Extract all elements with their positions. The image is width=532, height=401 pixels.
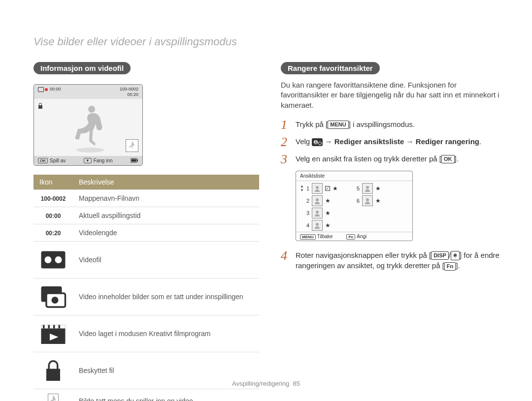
- right-column: Rangere favorittansikter Du kan rangere …: [281, 62, 506, 401]
- svg-rect-12: [43, 325, 45, 329]
- back-button-label: MENUTilbake: [300, 234, 332, 239]
- icon-cell: [33, 242, 73, 278]
- footer-page-number: 85: [293, 380, 299, 387]
- svg-point-23: [366, 198, 369, 201]
- creative-movie-icon: [39, 320, 67, 347]
- face-thumb: [312, 220, 323, 231]
- page-footer: Avspilling/redigering 85: [0, 380, 532, 387]
- step-3: Velg en ansikt fra listen og trykk deret…: [281, 154, 506, 164]
- star-icon: ★: [332, 185, 338, 192]
- ok-button-badge: OK: [441, 155, 455, 163]
- svg-point-6: [55, 256, 62, 263]
- rec-dot-icon: [45, 88, 48, 91]
- desc-cell: Videofil: [73, 242, 259, 278]
- face-thumb: [312, 208, 323, 218]
- battery-icon: [131, 158, 138, 163]
- lcd-topbar: 00:00 100-0002 00:20: [34, 85, 142, 99]
- dualcapture-icon: [39, 283, 67, 310]
- steps-list: Trykk på [MENU] i avspillingsmodus. Velg…: [281, 119, 506, 164]
- icon-cell: 00:20: [33, 224, 73, 242]
- face-gear-icon: [312, 138, 323, 146]
- lcd-length-time: 00:20: [127, 92, 138, 97]
- table-row: Video inneholder bilder som er tatt unde…: [33, 278, 259, 315]
- macro-flower-icon: [451, 251, 460, 260]
- face-grid: ▲▼ 1 ✓ ★ 5 ★ 2 ★ 6: [296, 181, 412, 232]
- svg-point-29: [456, 254, 457, 255]
- face-list-title: Ansiktsliste: [296, 171, 412, 181]
- svg-point-22: [316, 198, 319, 201]
- down-key-icon: ▼: [84, 158, 92, 163]
- table-row: 100-0002 Mappenavn-Filnavn: [33, 190, 259, 207]
- step-1: Trykk på [MENU] i avspillingsmodus.: [281, 119, 506, 129]
- svg-rect-15: [59, 325, 61, 329]
- step-4: Roter navigasjonsknappen eller trykk på …: [281, 250, 506, 271]
- th-icon: Ikon: [33, 175, 73, 190]
- lock-icon: [38, 103, 43, 109]
- svg-point-24: [316, 211, 319, 214]
- lcd-image-area: [34, 99, 142, 156]
- svg-rect-14: [53, 325, 55, 329]
- table-row: Videofil: [33, 242, 259, 278]
- step-2: Velg → Rediger ansiktsliste → Rediger ra…: [281, 136, 506, 147]
- svg-point-27: [455, 253, 456, 254]
- ok-key-icon: OK: [38, 158, 48, 163]
- face-item-6: 6 ★: [357, 195, 408, 206]
- svg-point-9: [52, 297, 59, 304]
- content-columns: Informasjon om videofil 00:00 100-0002 0…: [33, 62, 506, 401]
- updown-arrows-icon: ▲▼: [300, 185, 304, 192]
- face-item-empty: [357, 208, 408, 218]
- face-item-2: 2 ★: [300, 195, 352, 206]
- left-column: Informasjon om videofil 00:00 100-0002 0…: [33, 62, 259, 401]
- desc-cell: Bilde tatt mens du spiller inn en video: [73, 389, 259, 401]
- svg-rect-32: [455, 256, 456, 258]
- star-icon: ★: [325, 210, 331, 216]
- svg-point-30: [454, 255, 455, 256]
- face-list-footer: MENUTilbake FnAngi: [296, 232, 412, 241]
- intro-paragraph: Du kan rangere favorittansiktene dine. F…: [281, 80, 506, 110]
- page-title: Vise bilder eller videoer i avspillingsm…: [33, 35, 237, 48]
- svg-point-18: [315, 141, 317, 142]
- face-item-5: 5 ★: [357, 183, 408, 194]
- table-row: Video laget i modusen Kreativt filmprogr…: [33, 315, 259, 352]
- table-row: 00:00 Aktuell avspillingstid: [33, 207, 259, 224]
- svg-point-31: [456, 255, 457, 256]
- table-row: Bilde tatt mens du spiller inn en video: [33, 389, 259, 401]
- star-icon: ★: [325, 222, 331, 229]
- lcd-play-label: OK Spill av: [38, 158, 66, 163]
- checkbox-icon: ✓: [325, 186, 330, 191]
- icon-description-table: Ikon Beskrivelse 100-0002 Mappenavn-Filn…: [33, 175, 259, 401]
- svg-point-20: [316, 186, 319, 189]
- set-button-label: FnAngi: [346, 234, 366, 239]
- capture-thumbnail-icon: [126, 139, 138, 152]
- desc-cell: Video inneholder bilder som er tatt unde…: [73, 278, 259, 315]
- star-icon: ★: [375, 197, 381, 204]
- lcd-capture-label: ▼ Fang inn: [84, 158, 113, 163]
- lcd-current-time: 00:00: [50, 87, 61, 92]
- face-item-3: 3 ★: [300, 208, 352, 218]
- icon-cell: [33, 278, 73, 315]
- desc-cell: Aktuell avspillingstid: [73, 207, 259, 224]
- face-thumb: [312, 183, 323, 194]
- face-thumb: [362, 195, 373, 206]
- svg-point-28: [454, 254, 455, 255]
- star-icon: ★: [325, 197, 331, 204]
- svg-point-0: [76, 148, 104, 153]
- menu-button-badge: MENU: [328, 121, 348, 129]
- section-heading-rank-faces: Rangere favorittansikter: [281, 62, 380, 74]
- face-thumb: [362, 183, 373, 194]
- table-header-row: Ikon Beskrivelse: [33, 175, 259, 190]
- fn-button-badge: Fn: [444, 262, 456, 271]
- desc-cell: Mappenavn-Filnavn: [73, 190, 259, 207]
- star-icon: ★: [375, 185, 381, 192]
- svg-point-5: [45, 256, 52, 263]
- face-item-1: ▲▼ 1 ✓ ★: [300, 183, 352, 194]
- desc-cell: Video laget i modusen Kreativt filmprogr…: [73, 315, 259, 352]
- section-heading-video-info: Informasjon om videofil: [33, 62, 131, 74]
- svg-rect-2: [137, 159, 138, 161]
- face-thumb: [312, 195, 323, 206]
- footer-section: Avspilling/redigering: [232, 380, 289, 387]
- icon-cell: 100-0002: [33, 190, 73, 207]
- th-desc: Beskrivelse: [73, 175, 259, 190]
- skater-thumbnail-icon: [48, 394, 59, 401]
- face-list-panel: Ansiktsliste ▲▼ 1 ✓ ★ 5 ★ 2: [296, 171, 413, 241]
